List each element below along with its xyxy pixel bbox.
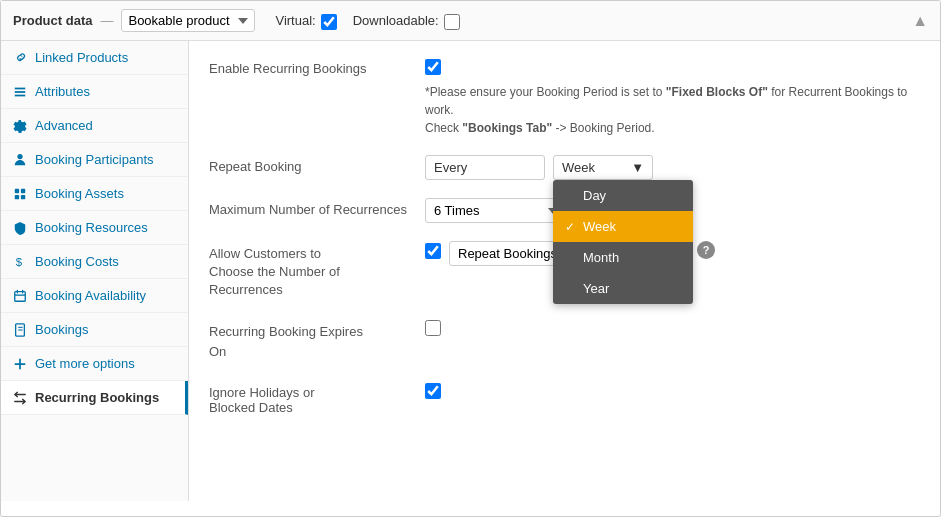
sidebar-item-bookings[interactable]: Bookings bbox=[1, 313, 188, 347]
max-recurrences-controls: 6 Times bbox=[425, 198, 565, 223]
notice-text-1: *Please ensure your Booking Period is se… bbox=[425, 83, 920, 119]
dropdown-trigger[interactable]: Week ▼ bbox=[553, 155, 653, 180]
header-options: Virtual: Downloadable: bbox=[275, 12, 459, 30]
sidebar: Linked Products Attributes Advanced Book… bbox=[1, 41, 189, 501]
dropdown-item-year-label: Year bbox=[583, 281, 609, 296]
gear-icon bbox=[13, 119, 27, 133]
sidebar-label-bookings: Bookings bbox=[35, 322, 88, 337]
svg-rect-4 bbox=[15, 188, 19, 192]
dropdown-wrapper: Week ▼ Day ✓ We bbox=[553, 155, 653, 180]
repeat-booking-field: Week ▼ Day ✓ We bbox=[425, 155, 920, 180]
person-icon bbox=[13, 153, 27, 167]
product-data-title: Product data bbox=[13, 13, 92, 28]
repeat-booking-row: Repeat Booking Week ▼ bbox=[209, 155, 920, 180]
ignore-holidays-field bbox=[425, 381, 920, 399]
enable-recurring-notice: *Please ensure your Booking Period is se… bbox=[425, 83, 920, 137]
downloadable-checkbox[interactable] bbox=[444, 14, 460, 30]
sidebar-item-attributes[interactable]: Attributes bbox=[1, 75, 188, 109]
product-data-wrapper: Product data — Bookable product Virtual:… bbox=[0, 0, 941, 517]
list-icon bbox=[13, 85, 27, 99]
allow-customers-checkbox[interactable] bbox=[425, 243, 441, 259]
dropdown-selected-value: Week bbox=[562, 160, 595, 175]
downloadable-option: Downloadable: bbox=[353, 12, 460, 30]
dropdown-item-month[interactable]: Month bbox=[553, 242, 693, 273]
sidebar-item-booking-availability[interactable]: Booking Availability bbox=[1, 279, 188, 313]
dropdown-item-week[interactable]: ✓ Week bbox=[553, 211, 693, 242]
plus-icon bbox=[13, 357, 27, 371]
expires-field bbox=[425, 318, 920, 336]
svg-rect-6 bbox=[15, 194, 19, 198]
svg-rect-9 bbox=[15, 291, 26, 301]
sidebar-item-linked-products[interactable]: Linked Products bbox=[1, 41, 188, 75]
asset-icon bbox=[13, 187, 27, 201]
expires-label: Recurring Booking ExpiresOn bbox=[209, 318, 409, 364]
virtual-option: Virtual: bbox=[275, 12, 336, 30]
sidebar-label-advanced: Advanced bbox=[35, 118, 93, 133]
link-icon bbox=[13, 51, 27, 65]
dropdown-item-week-label: Week bbox=[583, 219, 616, 234]
downloadable-label: Downloadable: bbox=[353, 13, 439, 28]
expand-icon[interactable]: ▲ bbox=[912, 12, 928, 30]
allow-customers-label: Allow Customers toChoose the Number ofRe… bbox=[209, 241, 409, 300]
resource-icon bbox=[13, 221, 27, 235]
dropdown-item-month-label: Month bbox=[583, 250, 619, 265]
expires-checkbox[interactable] bbox=[425, 320, 441, 336]
book-icon bbox=[13, 323, 27, 337]
repeat-booking-controls: Week ▼ Day ✓ We bbox=[425, 155, 653, 180]
ignore-holidays-row: Ignore Holidays orBlocked Dates bbox=[209, 381, 920, 415]
ignore-holidays-label: Ignore Holidays orBlocked Dates bbox=[209, 381, 409, 415]
product-type-select[interactable]: Bookable product bbox=[121, 9, 255, 32]
sidebar-label-get-more-options: Get more options bbox=[35, 356, 135, 371]
svg-rect-2 bbox=[15, 94, 26, 96]
sidebar-label-linked-products: Linked Products bbox=[35, 50, 128, 65]
sidebar-item-recurring-bookings[interactable]: Recurring Bookings bbox=[1, 381, 188, 415]
dropdown-item-year[interactable]: Year bbox=[553, 273, 693, 304]
dropdown-item-day[interactable]: Day bbox=[553, 180, 693, 211]
sidebar-item-advanced[interactable]: Advanced bbox=[1, 109, 188, 143]
sidebar-item-booking-assets[interactable]: Booking Assets bbox=[1, 177, 188, 211]
sidebar-label-booking-availability: Booking Availability bbox=[35, 288, 146, 303]
enable-recurring-label: Enable Recurring Bookings bbox=[209, 57, 409, 76]
sidebar-label-booking-participants: Booking Participants bbox=[35, 152, 154, 167]
sidebar-label-booking-assets: Booking Assets bbox=[35, 186, 124, 201]
header-separator: — bbox=[100, 13, 113, 28]
sidebar-label-booking-resources: Booking Resources bbox=[35, 220, 148, 235]
svg-rect-0 bbox=[15, 87, 26, 89]
product-data-body: Linked Products Attributes Advanced Book… bbox=[1, 41, 940, 501]
dropdown-item-day-label: Day bbox=[583, 188, 606, 203]
svg-rect-7 bbox=[21, 194, 25, 198]
dropdown-menu: Day ✓ Week Month bbox=[553, 180, 693, 304]
svg-rect-5 bbox=[21, 188, 25, 192]
sidebar-label-attributes: Attributes bbox=[35, 84, 90, 99]
recurrences-select[interactable]: 6 Times bbox=[425, 198, 565, 223]
svg-rect-1 bbox=[15, 91, 26, 93]
virtual-checkbox[interactable] bbox=[321, 14, 337, 30]
svg-text:$: $ bbox=[16, 256, 23, 268]
max-recurrences-label: Maximum Number of Recurrences bbox=[209, 198, 409, 217]
calendar-icon bbox=[13, 289, 27, 303]
ignore-holidays-checkbox[interactable] bbox=[425, 383, 441, 399]
sidebar-item-booking-resources[interactable]: Booking Resources bbox=[1, 211, 188, 245]
sidebar-label-recurring-bookings: Recurring Bookings bbox=[35, 390, 159, 405]
sidebar-item-booking-costs[interactable]: $ Booking Costs bbox=[1, 245, 188, 279]
every-input[interactable] bbox=[425, 155, 545, 180]
virtual-label: Virtual: bbox=[275, 13, 315, 28]
repeat-booking-label: Repeat Booking bbox=[209, 155, 409, 174]
main-content: Enable Recurring Bookings *Please ensure… bbox=[189, 41, 940, 501]
week-checkmark: ✓ bbox=[565, 220, 577, 234]
enable-recurring-field: *Please ensure your Booking Period is se… bbox=[425, 57, 920, 137]
expires-row: Recurring Booking ExpiresOn bbox=[209, 318, 920, 364]
notice-text-2: Check "Bookings Tab" -> Booking Period. bbox=[425, 119, 920, 137]
sidebar-item-get-more-options[interactable]: Get more options bbox=[1, 347, 188, 381]
repeat-icon bbox=[13, 391, 27, 405]
sidebar-item-booking-participants[interactable]: Booking Participants bbox=[1, 143, 188, 177]
svg-point-3 bbox=[17, 153, 22, 158]
product-data-header: Product data — Bookable product Virtual:… bbox=[1, 1, 940, 41]
enable-recurring-row: Enable Recurring Bookings *Please ensure… bbox=[209, 57, 920, 137]
help-icon[interactable]: ? bbox=[697, 241, 715, 259]
dollar-icon: $ bbox=[13, 255, 27, 269]
dropdown-arrow-icon: ▼ bbox=[631, 160, 644, 175]
enable-recurring-checkbox[interactable] bbox=[425, 59, 441, 75]
sidebar-label-booking-costs: Booking Costs bbox=[35, 254, 119, 269]
